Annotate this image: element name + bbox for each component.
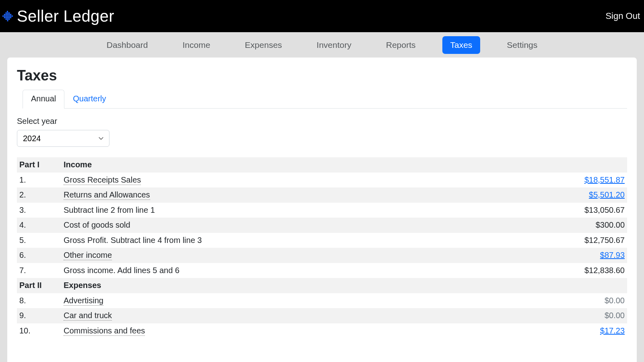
section-part: Part I bbox=[17, 157, 61, 173]
nav-expenses[interactable]: Expenses bbox=[237, 36, 290, 54]
row-amount-cell: $17.23 bbox=[530, 323, 627, 339]
row-label-cell: Gross Receipts Sales bbox=[61, 173, 530, 188]
svg-rect-10 bbox=[4, 15, 5, 16]
row-label-help[interactable]: Car and truck bbox=[64, 311, 112, 321]
row-amount-link[interactable]: $17.23 bbox=[600, 326, 625, 335]
year-select-wrap: 2024 bbox=[17, 130, 109, 147]
row-label-cell: Car and truck bbox=[61, 308, 530, 323]
page-title: Taxes bbox=[17, 67, 627, 84]
svg-rect-15 bbox=[12, 15, 13, 16]
brand-logo-icon bbox=[2, 11, 13, 21]
row-number: 10. bbox=[17, 323, 61, 339]
row-label-cell: Commissions and fees bbox=[61, 323, 530, 339]
row-label-help[interactable]: Advertising bbox=[64, 296, 103, 306]
row-amount: $13,050.67 bbox=[584, 206, 625, 214]
sign-out-link[interactable]: Sign Out bbox=[605, 11, 642, 21]
svg-rect-16 bbox=[4, 17, 5, 18]
row-amount-cell: $13,050.67 bbox=[530, 203, 627, 218]
svg-rect-6 bbox=[7, 14, 8, 15]
row-amount-cell: $0.00 bbox=[530, 293, 627, 309]
row-label: Gross Profit. Subtract line 4 from line … bbox=[64, 236, 202, 245]
svg-rect-0 bbox=[7, 11, 8, 12]
svg-rect-12 bbox=[7, 15, 8, 16]
tab-quarterly[interactable]: Quarterly bbox=[64, 90, 114, 109]
tab-annual[interactable]: Annual bbox=[23, 90, 64, 109]
row-number: 1. bbox=[17, 173, 61, 188]
row-label-help[interactable]: Commissions and fees bbox=[64, 326, 145, 336]
svg-rect-1 bbox=[6, 12, 7, 14]
row-number: 4. bbox=[17, 218, 61, 233]
content-card: Taxes Annual Quarterly Select year 2024 … bbox=[7, 58, 637, 362]
row-label-cell: Returns and Allowances bbox=[61, 187, 530, 203]
table-row: 5.Gross Profit. Subtract line 4 from lin… bbox=[17, 233, 627, 248]
row-amount-cell: $5,501.20 bbox=[530, 187, 627, 203]
table-row: 2.Returns and Allowances$5,501.20 bbox=[17, 187, 627, 203]
row-amount-cell: $0.00 bbox=[530, 308, 627, 323]
table-row: 10.Commissions and fees$17.23 bbox=[17, 323, 627, 339]
row-number: 5. bbox=[17, 233, 61, 248]
table-row: 6.Other income$87.93 bbox=[17, 248, 627, 263]
nav-settings[interactable]: Settings bbox=[499, 36, 545, 54]
table-row: 1.Gross Receipts Sales$18,551.87 bbox=[17, 173, 627, 188]
table-row: 8.Advertising$0.00 bbox=[17, 293, 627, 309]
section-empty bbox=[530, 278, 627, 293]
svg-rect-23 bbox=[8, 19, 10, 20]
main-nav: Dashboard Income Expenses Inventory Repo… bbox=[0, 32, 644, 58]
svg-rect-18 bbox=[7, 17, 8, 18]
row-amount-cell: $18,551.87 bbox=[530, 173, 627, 188]
row-label: Subtract line 2 from line 1 bbox=[64, 206, 155, 214]
row-label: Gross income. Add lines 5 and 6 bbox=[64, 266, 180, 275]
section-empty bbox=[530, 157, 627, 173]
row-amount: $0.00 bbox=[605, 296, 625, 305]
row-number: 7. bbox=[17, 263, 61, 278]
row-label-help[interactable]: Other income bbox=[64, 251, 112, 260]
section-header-row: Part IIncome bbox=[17, 157, 627, 173]
row-label-cell: Cost of goods sold bbox=[61, 218, 530, 233]
svg-rect-8 bbox=[10, 14, 11, 15]
row-amount-link[interactable]: $87.93 bbox=[600, 251, 625, 259]
row-amount-link[interactable]: $5,501.20 bbox=[589, 190, 625, 199]
section-title: Expenses bbox=[61, 278, 530, 293]
row-amount-cell: $300.00 bbox=[530, 218, 627, 233]
svg-rect-2 bbox=[7, 12, 8, 14]
svg-rect-14 bbox=[10, 15, 11, 16]
row-label-cell: Other income bbox=[61, 248, 530, 263]
nav-inventory[interactable]: Inventory bbox=[309, 36, 359, 54]
table-row: 7.Gross income. Add lines 5 and 6$12,838… bbox=[17, 263, 627, 278]
year-select[interactable]: 2024 bbox=[17, 130, 109, 147]
brand-text: Seller Ledger bbox=[17, 7, 114, 25]
svg-rect-24 bbox=[7, 20, 8, 21]
row-amount: $300.00 bbox=[596, 220, 625, 229]
row-number: 2. bbox=[17, 187, 61, 203]
topbar: Seller Ledger Sign Out bbox=[0, 0, 644, 32]
nav-taxes[interactable]: Taxes bbox=[442, 36, 481, 54]
section-header-row: Part IIExpenses bbox=[17, 278, 627, 293]
section-title: Income bbox=[61, 157, 530, 173]
row-label-cell: Advertising bbox=[61, 293, 530, 309]
svg-rect-4 bbox=[4, 14, 5, 15]
svg-rect-7 bbox=[8, 14, 10, 15]
row-label-help[interactable]: Gross Receipts Sales bbox=[64, 175, 141, 185]
svg-rect-11 bbox=[6, 15, 7, 16]
table-row: 3.Subtract line 2 from line 1$13,050.67 bbox=[17, 203, 627, 218]
nav-income[interactable]: Income bbox=[174, 36, 218, 54]
row-label: Cost of goods sold bbox=[64, 220, 130, 229]
brand[interactable]: Seller Ledger bbox=[2, 7, 114, 25]
row-amount-link[interactable]: $18,551.87 bbox=[584, 175, 625, 184]
row-amount-cell: $12,750.67 bbox=[530, 233, 627, 248]
row-label-cell: Gross Profit. Subtract line 4 from line … bbox=[61, 233, 530, 248]
nav-dashboard[interactable]: Dashboard bbox=[99, 36, 156, 54]
svg-rect-21 bbox=[6, 19, 7, 20]
svg-rect-19 bbox=[8, 17, 10, 18]
row-number: 6. bbox=[17, 248, 61, 263]
svg-rect-9 bbox=[2, 15, 4, 16]
row-amount: $0.00 bbox=[605, 311, 625, 320]
year-select-label: Select year bbox=[17, 117, 627, 126]
nav-reports[interactable]: Reports bbox=[378, 36, 424, 54]
row-amount: $12,750.67 bbox=[584, 236, 625, 245]
svg-rect-17 bbox=[6, 17, 7, 18]
row-number: 3. bbox=[17, 203, 61, 218]
row-label-help[interactable]: Returns and Allowances bbox=[64, 190, 150, 200]
svg-rect-5 bbox=[6, 14, 7, 15]
table-row: 9.Car and truck$0.00 bbox=[17, 308, 627, 323]
